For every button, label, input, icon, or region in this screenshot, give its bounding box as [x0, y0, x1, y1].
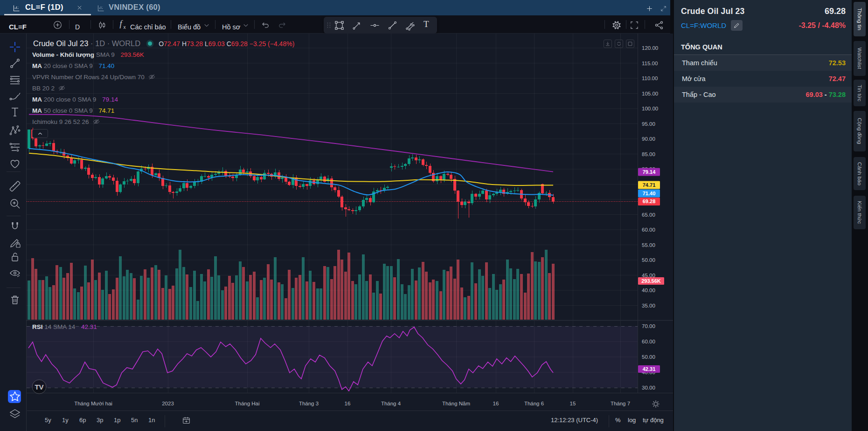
svg-text:15: 15 [570, 401, 576, 406]
svg-text:60.00: 60.00 [642, 339, 655, 344]
svg-text:Tháng 4: Tháng 4 [381, 401, 401, 406]
svg-text:Tháng Năm: Tháng Năm [442, 401, 470, 406]
svg-text:74.71: 74.71 [643, 182, 656, 188]
svg-text:f: f [119, 19, 123, 28]
svg-text:115.00: 115.00 [642, 61, 658, 66]
svg-text:69.28: 69.28 [643, 198, 656, 204]
svg-text:50.00: 50.00 [642, 257, 655, 263]
svg-text:71.40: 71.40 [643, 191, 656, 196]
svg-text:TV: TV [35, 383, 43, 391]
svg-text:40.00: 40.00 [642, 287, 655, 293]
svg-text:Tháng 6: Tháng 6 [524, 401, 544, 406]
svg-text:293.56K: 293.56K [641, 278, 661, 284]
svg-text:Tháng 7: Tháng 7 [611, 401, 630, 406]
svg-text:Tháng 3: Tháng 3 [299, 401, 319, 406]
svg-text:35.00: 35.00 [642, 303, 655, 308]
svg-text:Tháng Hai: Tháng Hai [235, 401, 259, 406]
svg-text:100.00: 100.00 [642, 106, 658, 111]
svg-text:Tháng Mười hai: Tháng Mười hai [74, 401, 112, 406]
svg-text:95.00: 95.00 [642, 121, 655, 127]
svg-text:16: 16 [493, 401, 499, 406]
svg-text:70.00: 70.00 [642, 323, 655, 329]
svg-text:79.14: 79.14 [643, 169, 656, 175]
svg-text:110.00: 110.00 [642, 75, 658, 81]
svg-text:42.31: 42.31 [643, 366, 656, 372]
svg-text:30.00: 30.00 [642, 385, 655, 390]
svg-text:120.00: 120.00 [642, 45, 658, 51]
svg-text:60.00: 60.00 [642, 227, 655, 233]
svg-text:45.00: 45.00 [642, 273, 655, 278]
svg-text:105.00: 105.00 [642, 91, 658, 96]
svg-text:90.00: 90.00 [642, 136, 655, 142]
svg-text:2023: 2023 [162, 401, 174, 406]
svg-text:x: x [124, 25, 126, 30]
svg-text:65.00: 65.00 [642, 212, 655, 218]
svg-text:16: 16 [345, 401, 351, 406]
svg-text:55.00: 55.00 [642, 242, 655, 248]
svg-text:85.00: 85.00 [642, 151, 655, 157]
svg-text:50.00: 50.00 [642, 354, 655, 360]
